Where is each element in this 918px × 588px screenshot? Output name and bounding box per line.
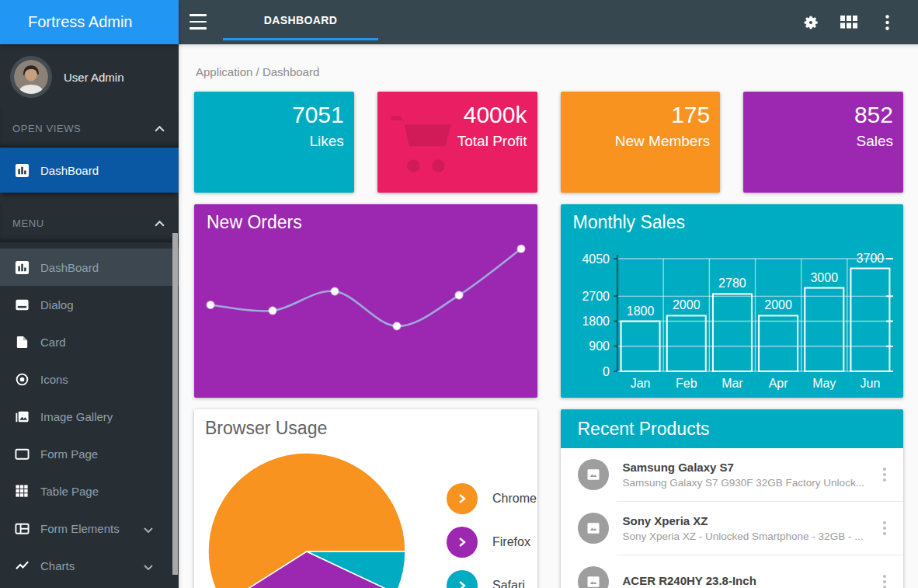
tab-active-underline [223, 38, 378, 40]
pie-legend: Chrome Firefox Safari [447, 483, 537, 588]
stat-card-likes: 7051 Likes [194, 92, 354, 193]
settings-gear-icon[interactable] [802, 14, 820, 31]
sidebar-item-image-gallery[interactable]: Image Gallery [0, 398, 179, 435]
legend-dot-safari [447, 570, 478, 588]
product-kebab-icon[interactable] [878, 463, 891, 486]
svg-text:Jun: Jun [860, 377, 880, 390]
legend-label: Firefox [492, 535, 530, 549]
stat-card-total-profit: 4000k Total Profit [377, 92, 537, 193]
shopping-cart-icon [388, 112, 455, 179]
sidebar-item-form-elements[interactable]: Form Elements [0, 510, 179, 547]
chevron-up-icon [155, 217, 165, 229]
product-list-item[interactable]: Sony Xperia XZ Sony Xperia XZ - Unlocked… [561, 502, 904, 555]
stat-value: 852 [854, 100, 893, 130]
svg-text:1800: 1800 [626, 304, 654, 318]
sidebar-item-icons[interactable]: Icons [0, 360, 179, 398]
form-elements-icon [14, 521, 30, 536]
user-photo [14, 60, 48, 94]
new-orders-chart [194, 204, 537, 398]
user-name: User Admin [64, 71, 124, 84]
svg-text:2700: 2700 [582, 290, 610, 303]
legend-item-safari[interactable]: Safari [447, 570, 537, 588]
product-title: ACER R240HY 23.8-Inch [623, 574, 756, 587]
stat-cards-row: 7051 Likes 4000k Total Profit 175 New Me… [194, 92, 903, 193]
sidebar-item-label: Form Elements [40, 522, 120, 535]
tab-label: DASHBOARD [264, 14, 338, 26]
sidebar-item-label: Image Gallery [40, 410, 113, 423]
sidebar-item-label: Charts [40, 559, 75, 572]
sidebar-item-table-page[interactable]: Table Page [0, 472, 179, 510]
hamburger-menu-icon[interactable] [190, 14, 207, 30]
browser-usage-pie-chart [194, 439, 419, 588]
sidebar-item-label: Card [40, 336, 66, 349]
product-image-icon [578, 566, 609, 588]
svg-text:Apr: Apr [768, 377, 788, 390]
sidebar-item-dialog[interactable]: Dialog [0, 286, 179, 323]
group-header-open-views[interactable]: OPEN VIEWS [0, 109, 179, 148]
product-image-icon [578, 459, 609, 490]
app-brand: Fortress Admin [0, 0, 179, 44]
sidebar-item-card[interactable]: Card [0, 323, 179, 360]
svg-text:0: 0 [603, 365, 610, 378]
line-chart-icon [14, 558, 30, 573]
main-content: Application / Dashboard 7051 Likes 4000k… [179, 44, 918, 588]
legend-item-chrome[interactable]: Chrome [447, 483, 537, 514]
breadcrumb: Application / Dashboard [194, 65, 903, 78]
radio-button-icon [14, 372, 30, 387]
sidebar-item-label: Dialog [40, 298, 74, 311]
sidebar-item-label: Icons [40, 373, 68, 386]
stat-label: New Members [615, 133, 710, 150]
product-image-icon [578, 513, 609, 544]
grid-icon [14, 484, 30, 499]
legend-dot-firefox [447, 527, 478, 558]
bottom-row: Browser Usage Chrome Firefox [194, 409, 903, 588]
chevron-down-icon [144, 559, 153, 572]
product-list-item[interactable]: Samsung Galaxy S7 Samsung Galaxy S7 G930… [561, 448, 904, 501]
dialog-icon [14, 297, 30, 312]
bar-chart-icon [14, 163, 30, 178]
product-title: Sony Xperia XZ [623, 514, 864, 527]
legend-dot-chrome [447, 483, 478, 514]
product-list-item[interactable]: ACER R240HY 23.8-Inch [561, 555, 904, 588]
svg-text:3000: 3000 [810, 271, 838, 284]
legend-label: Chrome [492, 492, 537, 506]
svg-text:900: 900 [589, 339, 610, 353]
tab-dashboard[interactable]: DASHBOARD [223, 0, 378, 39]
stat-label: Likes [292, 133, 344, 150]
svg-text:3700: 3700 [856, 252, 884, 265]
user-profile[interactable]: User Admin [0, 44, 179, 109]
monthly-sales-chart: 0900180027004050180020002780200030003700… [561, 204, 904, 398]
legend-item-firefox[interactable]: Firefox [447, 527, 537, 558]
product-kebab-icon[interactable] [878, 517, 891, 540]
stat-card-new-members: 175 New Members [561, 92, 721, 193]
charts-row: New Orders Monthly Sales 090018002700405… [194, 204, 903, 398]
sidebar: Fortress Admin User Admin OPEN VIEWS Das… [0, 0, 179, 588]
apps-grid-icon[interactable] [840, 16, 858, 29]
group-header-menu[interactable]: MENU [0, 204, 179, 242]
monthly-sales-card: Monthly Sales 09001800270040501800200027… [561, 204, 904, 398]
product-subtitle: Sony Xperia XZ - Unlocked Smartphone - 3… [623, 531, 864, 542]
sidebar-item-label: DashBoard [40, 261, 99, 274]
product-title: Samsung Galaxy S7 [623, 461, 864, 474]
sidebar-item-label: Table Page [40, 485, 99, 498]
bar-chart-icon [14, 260, 30, 275]
sidebar-item-dashboard-open[interactable]: DashBoard [0, 148, 179, 193]
recent-products-header: Recent Products [561, 409, 904, 448]
sidebar-item-label: Form Page [40, 447, 98, 461]
product-kebab-icon[interactable] [878, 570, 891, 588]
product-subtitle: Samsung Galaxy S7 G930F 32GB Factory Unl… [623, 477, 864, 489]
stat-label: Total Profit [457, 133, 527, 150]
sidebar-item-form-page[interactable]: Form Page [0, 435, 179, 472]
avatar [10, 56, 52, 98]
sidebar-item-charts[interactable]: Charts [0, 547, 179, 584]
sidebar-item-dashboard[interactable]: DashBoard [0, 249, 179, 286]
more-options-kebab-icon[interactable] [878, 15, 896, 30]
svg-text:2000: 2000 [672, 298, 700, 311]
sidebar-item-label: DashBoard [40, 164, 99, 177]
sidebar-scrollbar[interactable] [172, 233, 178, 575]
svg-text:1800: 1800 [582, 315, 610, 328]
svg-text:Feb: Feb [675, 377, 697, 390]
svg-text:Jan: Jan [630, 377, 650, 390]
new-orders-card: New Orders [194, 204, 537, 398]
svg-text:2000: 2000 [764, 298, 792, 311]
